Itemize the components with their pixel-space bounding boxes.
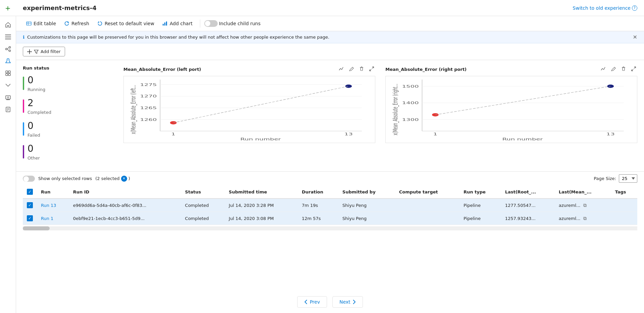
chart-icon [162, 21, 168, 26]
chart-left-title: Mean_Absolute_Error (left port) [123, 67, 201, 72]
row1-run-link[interactable]: Run 13 [41, 203, 56, 208]
sidebar-item-compute[interactable] [5, 94, 11, 101]
row2-tags [611, 212, 637, 225]
row1-submitted-time: Jul 14, 2020 3:28 PM [225, 198, 298, 212]
table-body: ✓ Run 13 e969dd6a-5d4a-40cb-af6c-0f83...… [23, 198, 637, 225]
chart-right-header: Mean_Absolute_Error (right port) [385, 65, 637, 73]
failed-bar [23, 122, 24, 136]
row2-run-type: Pipeline [460, 212, 501, 225]
sidebar-item-menu[interactable] [5, 34, 11, 40]
row2-last-root: 1257.93243... [501, 212, 555, 225]
chart-right-expand-btn[interactable] [630, 65, 637, 73]
table-scrollbar[interactable] [23, 226, 637, 230]
selected-paren: ) [128, 176, 130, 181]
sidebar-item-experiments[interactable] [5, 58, 11, 64]
row2-copy-icon[interactable]: ⧉ [583, 216, 587, 221]
svg-text:13: 13 [606, 132, 615, 136]
table-scrollbar-thumb[interactable] [23, 226, 50, 230]
sidebar-item-endpoints[interactable] [5, 82, 11, 89]
refresh-button[interactable]: Refresh [61, 19, 93, 28]
row2-checkbox-cell[interactable]: ✓ [23, 212, 37, 225]
chart-left-header: Mean_Absolute_Error (left port) [123, 65, 375, 73]
run-status-title: Run status [23, 65, 117, 71]
chart-left-delete-btn[interactable] [358, 65, 365, 73]
failed-count: 0 [28, 120, 40, 131]
line-chart-icon [338, 66, 344, 72]
chart-right-line-btn[interactable] [599, 65, 607, 73]
sidebar-item-pipelines[interactable] [5, 46, 11, 52]
sidebar: + [0, 0, 16, 313]
info-close-button[interactable]: ✕ [633, 34, 637, 40]
show-selected-toggle-switch[interactable] [23, 176, 35, 182]
row1-submitted-by: Shiyu Peng [338, 198, 395, 212]
svg-rect-2 [5, 39, 11, 39]
row1-run-type: Pipeline [460, 198, 501, 212]
row2-last-mean-text: azureml... [559, 216, 581, 221]
chart-right-edit-btn[interactable] [610, 65, 617, 73]
header-submitted-time: Submitted time [225, 185, 298, 198]
page-size-select[interactable]: 25 50 100 [619, 174, 637, 183]
clear-selection-button[interactable]: ✕ [121, 176, 127, 182]
chart-left-wrapper: x(Mean_Absolute_Error (left... 1260 1265 [123, 76, 375, 143]
add-icon: + [5, 4, 11, 12]
switch-experience-link[interactable]: Switch to old experience ? [573, 5, 637, 11]
include-child-runs-toggle[interactable] [204, 20, 218, 27]
help-icon: ? [632, 5, 637, 11]
svg-text:1270: 1270 [140, 94, 157, 98]
filter-bar: Add filter [16, 43, 644, 60]
charts-status-area: Run status 0 Running 2 Completed 0 [16, 60, 644, 172]
row1-last-mean: azureml... ⧉ [555, 198, 611, 212]
header-row: ✓ Run Run ID Status Submitted time Durat… [23, 185, 637, 198]
other-count: 0 [28, 143, 40, 154]
add-filter-button[interactable]: Add filter [23, 47, 65, 56]
row2-run-link[interactable]: Run 1 [41, 216, 53, 221]
edit-table-icon [26, 21, 32, 26]
svg-rect-26 [164, 23, 165, 26]
row1-copy-icon[interactable]: ⧉ [583, 203, 587, 208]
row2-run-id: 0ebf9e21-1ecb-4cc3-b651-5d9... [69, 212, 181, 225]
svg-rect-11 [6, 74, 8, 76]
reset-view-button[interactable]: Reset to default view [94, 19, 158, 28]
chart-left-expand-btn[interactable] [368, 65, 375, 73]
svg-rect-51 [623, 68, 625, 71]
other-bar [23, 145, 24, 159]
running-label: Running [28, 87, 45, 92]
select-all-checkbox[interactable]: ✓ [27, 189, 33, 195]
table-row: ✓ Run 13 e969dd6a-5d4a-40cb-af6c-0f83...… [23, 198, 637, 212]
refresh-icon [64, 21, 69, 26]
header-run: Run [37, 185, 69, 198]
chart-right: Mean_Absolute_Error (right port) [385, 65, 637, 143]
chart-right-delete-btn[interactable] [620, 65, 627, 73]
chart-right-title: Mean_Absolute_Error (right port) [385, 67, 467, 72]
header-run-type: Run type [460, 185, 501, 198]
chart-left-edit-btn[interactable] [348, 65, 355, 73]
row1-checkbox-cell[interactable]: ✓ [23, 198, 37, 212]
sidebar-item-datasets[interactable] [5, 70, 11, 77]
chart-left-line-btn[interactable] [337, 65, 345, 73]
header-last-mean: Last(Mean_... [555, 185, 611, 198]
page-size-label: Page Size: [594, 176, 616, 181]
line-chart-icon-r [600, 66, 606, 72]
completed-bar [23, 99, 24, 113]
add-chart-button[interactable]: Add chart [159, 19, 196, 28]
switch-experience-label: Switch to old experience [573, 5, 631, 11]
refresh-label: Refresh [71, 21, 89, 26]
edit-table-button[interactable]: Edit table [23, 19, 59, 28]
row2-duration: 12m 57s [298, 212, 338, 225]
sidebar-item-notebooks[interactable] [5, 106, 11, 113]
svg-text:x(Mean_Absolute_Error (right..: x(Mean_Absolute_Error (right... [392, 84, 400, 135]
next-button[interactable]: Next [332, 296, 363, 308]
add-filter-label: Add filter [41, 49, 61, 54]
next-arrow-icon [353, 300, 356, 304]
other-text: 0 Other [28, 143, 40, 161]
sidebar-logo[interactable]: + [0, 0, 16, 16]
completed-text: 2 Completed [28, 97, 51, 115]
row2-checkbox[interactable]: ✓ [27, 215, 33, 221]
header-checkbox-cell[interactable]: ✓ [23, 185, 37, 198]
row1-checkbox[interactable]: ✓ [27, 202, 33, 208]
sidebar-item-home[interactable] [5, 21, 11, 28]
add-chart-label: Add chart [170, 21, 193, 26]
prev-button[interactable]: Prev [297, 296, 327, 308]
svg-text:1: 1 [171, 132, 176, 136]
row1-last-root: 1277.50547... [501, 198, 555, 212]
